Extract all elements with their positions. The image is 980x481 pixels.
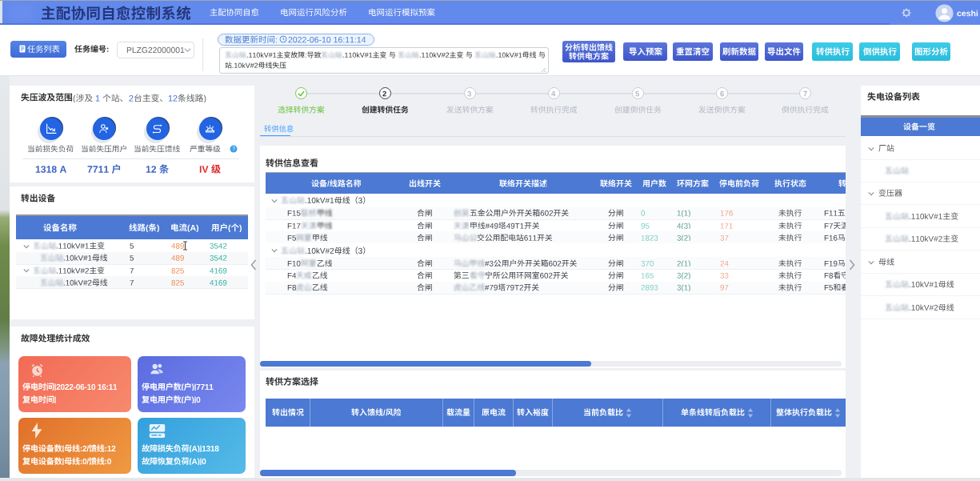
svg-text:?: ?: [232, 146, 235, 151]
